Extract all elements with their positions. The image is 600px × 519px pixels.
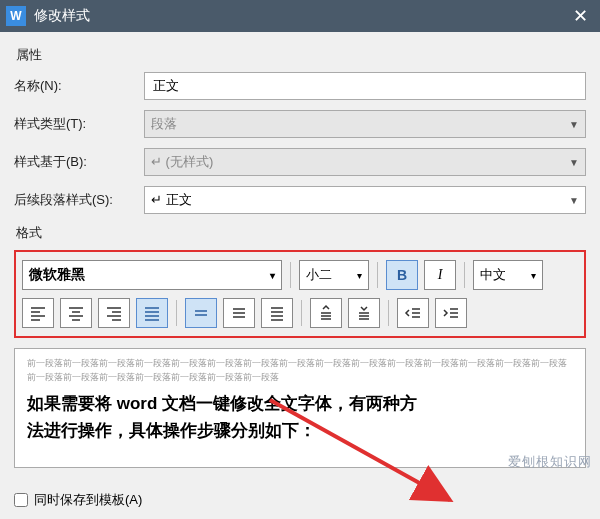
font-family-select[interactable]: 微软雅黑 ▾: [22, 260, 282, 290]
based-on-label: 样式基于(B):: [14, 153, 144, 171]
dialog-bottom-row: 同时保存到模板(A): [0, 481, 600, 519]
font-size-value: 小二: [306, 266, 332, 284]
save-to-template-label: 同时保存到模板(A): [34, 491, 142, 509]
chevron-down-icon: ▾: [531, 270, 536, 281]
preview-sample-line-2: 法进行操作，具体操作步骤分别如下：: [27, 417, 573, 444]
field-row-name: 名称(N):: [14, 72, 586, 100]
following-style-select[interactable]: ↵ 正文 ▼: [144, 186, 586, 214]
save-to-template-checkbox[interactable]: [14, 493, 28, 507]
align-justify-button[interactable]: [136, 298, 168, 328]
font-family-value: 微软雅黑: [29, 266, 85, 284]
align-left-icon: [29, 304, 47, 322]
style-type-value: 段落: [151, 115, 177, 133]
align-left-button[interactable]: [22, 298, 54, 328]
field-row-style-type: 样式类型(T): 段落 ▼: [14, 110, 586, 138]
following-style-value: ↵ 正文: [151, 191, 192, 209]
decrease-para-space-before-button[interactable]: [348, 298, 380, 328]
style-type-select[interactable]: 段落 ▼: [144, 110, 586, 138]
line-spacing-15-button[interactable]: [223, 298, 255, 328]
separator: [464, 262, 465, 288]
line-spacing-1-button[interactable]: [185, 298, 217, 328]
align-justify-icon: [143, 304, 161, 322]
line-spacing-2-button[interactable]: [261, 298, 293, 328]
align-center-icon: [67, 304, 85, 322]
dialog-title: 修改样式: [34, 7, 560, 25]
properties-section-label: 属性: [16, 46, 586, 64]
line-spacing-15-icon: [230, 304, 248, 322]
decrease-indent-icon: [404, 304, 422, 322]
separator: [377, 262, 378, 288]
close-icon: ✕: [573, 5, 588, 27]
chevron-down-icon: ▼: [569, 195, 579, 206]
font-size-select[interactable]: 小二 ▾: [299, 260, 369, 290]
style-type-label: 样式类型(T):: [14, 115, 144, 133]
close-button[interactable]: ✕: [560, 0, 600, 32]
based-on-value: ↵ (无样式): [151, 153, 213, 171]
decrease-indent-button[interactable]: [397, 298, 429, 328]
increase-indent-button[interactable]: [435, 298, 467, 328]
chevron-down-icon: ▼: [569, 119, 579, 130]
name-label: 名称(N):: [14, 77, 144, 95]
preview-context-text: 前一段落前一段落前一段落前一段落前一段落前一段落前一段落前一段落前一段落前一段落…: [27, 357, 573, 384]
align-right-button[interactable]: [98, 298, 130, 328]
bold-button[interactable]: B: [386, 260, 418, 290]
separator: [301, 300, 302, 326]
line-spacing-2-icon: [268, 304, 286, 322]
chevron-down-icon: ▾: [270, 270, 275, 281]
increase-indent-icon: [442, 304, 460, 322]
separator: [176, 300, 177, 326]
chevron-down-icon: ▾: [357, 270, 362, 281]
titlebar: W 修改样式 ✕: [0, 0, 600, 32]
following-style-label: 后续段落样式(S):: [14, 191, 144, 209]
separator: [290, 262, 291, 288]
name-input[interactable]: [144, 72, 586, 100]
chevron-down-icon: ▼: [569, 157, 579, 168]
increase-para-space-before-button[interactable]: [310, 298, 342, 328]
preview-sample-line-1: 如果需要将 word 文档一键修改全文字体，有两种方: [27, 390, 573, 417]
format-toolbar-highlight: 微软雅黑 ▾ 小二 ▾ B I 中文 ▾: [14, 250, 586, 338]
preview-sample-text: 如果需要将 word 文档一键修改全文字体，有两种方 法进行操作，具体操作步骤分…: [27, 390, 573, 444]
format-row-2: [22, 298, 578, 328]
italic-button[interactable]: I: [424, 260, 456, 290]
align-right-icon: [105, 304, 123, 322]
style-preview: 前一段落前一段落前一段落前一段落前一段落前一段落前一段落前一段落前一段落前一段落…: [14, 348, 586, 468]
language-value: 中文: [480, 266, 506, 284]
align-center-button[interactable]: [60, 298, 92, 328]
format-section-label: 格式: [16, 224, 586, 242]
app-logo-icon: W: [6, 6, 26, 26]
field-row-based-on: 样式基于(B): ↵ (无样式) ▼: [14, 148, 586, 176]
language-select[interactable]: 中文 ▾: [473, 260, 543, 290]
field-row-following-style: 后续段落样式(S): ↵ 正文 ▼: [14, 186, 586, 214]
line-spacing-1-icon: [192, 304, 210, 322]
para-space-before-dec-icon: [355, 304, 373, 322]
format-row-1: 微软雅黑 ▾ 小二 ▾ B I 中文 ▾: [22, 260, 578, 290]
para-space-before-inc-icon: [317, 304, 335, 322]
save-to-template-checkbox-wrap[interactable]: 同时保存到模板(A): [14, 491, 142, 509]
separator: [388, 300, 389, 326]
based-on-select[interactable]: ↵ (无样式) ▼: [144, 148, 586, 176]
dialog-content: 属性 名称(N): 样式类型(T): 段落 ▼ 样式基于(B): ↵ (无样式)…: [0, 32, 600, 478]
watermark-text: 爱刨根知识网: [508, 453, 592, 471]
